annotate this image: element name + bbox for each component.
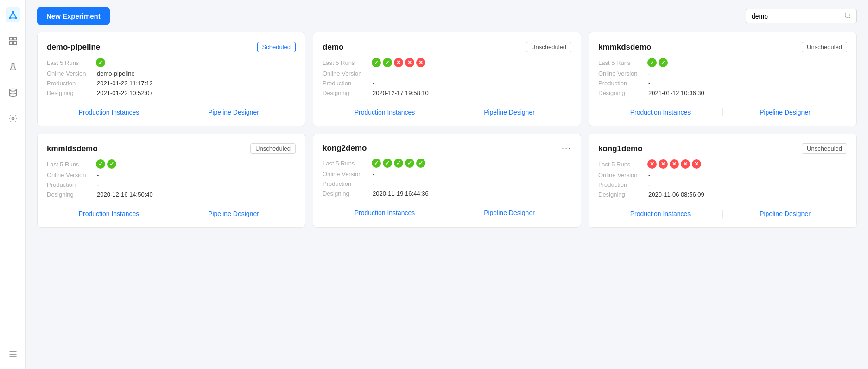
menu-icon[interactable] bbox=[6, 347, 20, 362]
run-icon-red: ✕ bbox=[670, 159, 679, 169]
experiment-icon[interactable] bbox=[6, 59, 20, 74]
cards-grid: demo-pipeline Scheduled Last 5 Runs ✓ On… bbox=[37, 32, 857, 228]
card-title: kong2demo bbox=[323, 144, 367, 153]
card-info: Last 5 Runs ✓ ✓ Online Version - Product… bbox=[47, 159, 296, 198]
production-value: - bbox=[648, 181, 650, 188]
card-header: kong2demo ··· bbox=[323, 143, 571, 153]
more-options-button[interactable]: ··· bbox=[562, 143, 571, 153]
online-version-value: - bbox=[373, 171, 374, 178]
run-icon-red: ✕ bbox=[692, 159, 701, 169]
online-version-row: Online Version - bbox=[47, 172, 296, 178]
production-instances-link[interactable]: Production Instances bbox=[47, 210, 171, 217]
designing-row: Designing 2020-11-06 08:56:09 bbox=[598, 191, 847, 198]
production-label: Production bbox=[323, 180, 369, 187]
svg-rect-8 bbox=[9, 42, 12, 45]
card-info: Last 5 Runs ✓ Online Version demo-pipeli… bbox=[47, 58, 296, 96]
run-icon-red: ✕ bbox=[647, 159, 657, 169]
card-kong2demo: kong2demo ··· Last 5 Runs ✓ ✓ ✓ ✓ ✓ bbox=[313, 134, 581, 228]
search-icon bbox=[844, 12, 851, 20]
online-version-label: Online Version bbox=[47, 70, 93, 77]
new-experiment-button[interactable]: New Experiment bbox=[37, 7, 110, 25]
pipeline-designer-link[interactable]: Pipeline Designer bbox=[723, 108, 847, 116]
sidebar bbox=[0, 0, 26, 369]
card-header: kmmldsdemo Unscheduled bbox=[47, 143, 296, 154]
production-instances-link[interactable]: Production Instances bbox=[323, 209, 447, 216]
runs-icons: ✓ bbox=[96, 58, 105, 67]
card-footer: Production Instances Pipeline Designer bbox=[47, 102, 296, 116]
last5runs-row: Last 5 Runs ✓ ✓ ✓ ✓ ✓ bbox=[323, 159, 571, 168]
online-version-value: - bbox=[373, 70, 374, 77]
card-info: Last 5 Runs ✓ ✓ Online Version - Product… bbox=[598, 58, 847, 96]
production-instances-link[interactable]: Production Instances bbox=[598, 210, 722, 217]
last5runs-row: Last 5 Runs ✓ ✓ bbox=[598, 58, 847, 67]
card-header: demo Unscheduled bbox=[323, 42, 571, 52]
pipeline-designer-link[interactable]: Pipeline Designer bbox=[171, 210, 296, 217]
last5runs-label: Last 5 Runs bbox=[47, 161, 93, 168]
card-header: kong1demo Unscheduled bbox=[598, 143, 847, 154]
status-badge: Scheduled bbox=[257, 42, 296, 52]
pipeline-designer-link[interactable]: Pipeline Designer bbox=[447, 209, 571, 216]
last5runs-row: Last 5 Runs ✓ ✓ bbox=[47, 159, 296, 169]
production-row: Production - bbox=[598, 181, 847, 188]
runs-icons: ✓ ✓ ✓ ✓ ✓ bbox=[372, 159, 425, 168]
search-box bbox=[746, 9, 857, 23]
run-icon-red: ✕ bbox=[394, 58, 403, 67]
run-icon-red: ✕ bbox=[416, 58, 425, 67]
svg-point-1 bbox=[9, 17, 11, 19]
card-info: Last 5 Runs ✓ ✓ ✓ ✓ ✓ Online Version - bbox=[323, 159, 571, 197]
pipeline-designer-link[interactable]: Pipeline Designer bbox=[723, 210, 847, 217]
designing-label: Designing bbox=[323, 89, 369, 96]
svg-line-16 bbox=[849, 17, 850, 18]
run-icon-green: ✓ bbox=[383, 58, 392, 67]
card-header: demo-pipeline Scheduled bbox=[47, 42, 296, 52]
designing-row: Designing 2021-01-12 10:36:30 bbox=[598, 89, 847, 96]
svg-point-15 bbox=[845, 13, 849, 17]
data-icon[interactable] bbox=[6, 85, 20, 100]
status-badge: Unscheduled bbox=[250, 143, 296, 154]
online-version-value: - bbox=[648, 172, 650, 178]
status-badge: Unscheduled bbox=[802, 143, 847, 154]
search-input[interactable] bbox=[752, 13, 841, 20]
card-title: demo-pipeline bbox=[47, 43, 100, 52]
production-label: Production bbox=[47, 80, 93, 87]
runs-icons: ✕ ✕ ✕ ✕ ✕ bbox=[647, 159, 701, 169]
settings-icon[interactable] bbox=[6, 111, 20, 126]
last5runs-row: Last 5 Runs ✓ ✓ ✕ ✕ ✕ bbox=[323, 58, 571, 67]
designing-label: Designing bbox=[47, 191, 93, 198]
runs-icons: ✓ ✓ bbox=[647, 58, 668, 67]
production-row: Production 2021-01-22 11:17:12 bbox=[47, 80, 296, 87]
designing-row: Designing 2021-01-22 10:52:07 bbox=[47, 89, 296, 96]
last5runs-label: Last 5 Runs bbox=[598, 59, 645, 66]
production-instances-link[interactable]: Production Instances bbox=[323, 108, 447, 116]
topbar: New Experiment bbox=[26, 0, 868, 32]
network-icon[interactable] bbox=[6, 7, 20, 22]
card-info: Last 5 Runs ✕ ✕ ✕ ✕ ✕ Online Version - bbox=[598, 159, 847, 198]
card-info: Last 5 Runs ✓ ✓ ✕ ✕ ✕ Online Version - bbox=[323, 58, 571, 96]
designing-row: Designing 2020-12-17 19:58:10 bbox=[323, 89, 571, 96]
svg-line-3 bbox=[10, 13, 13, 17]
designing-label: Designing bbox=[598, 191, 645, 198]
designing-value: 2020-12-17 19:58:10 bbox=[373, 89, 429, 96]
card-footer: Production Instances Pipeline Designer bbox=[598, 102, 847, 116]
production-instances-link[interactable]: Production Instances bbox=[598, 108, 722, 116]
online-version-label: Online Version bbox=[598, 70, 645, 77]
runs-icons: ✓ ✓ ✕ ✕ ✕ bbox=[372, 58, 425, 67]
production-value: - bbox=[373, 180, 374, 187]
run-icon-green: ✓ bbox=[96, 58, 105, 67]
pipeline-designer-link[interactable]: Pipeline Designer bbox=[171, 108, 296, 116]
dashboard-icon[interactable] bbox=[6, 33, 20, 48]
production-label: Production bbox=[47, 181, 93, 188]
last5runs-label: Last 5 Runs bbox=[598, 161, 645, 168]
online-version-row: Online Version - bbox=[323, 171, 571, 178]
production-row: Production - bbox=[323, 180, 571, 187]
card-kong1demo: kong1demo Unscheduled Last 5 Runs ✕ ✕ ✕ … bbox=[589, 134, 857, 228]
designing-row: Designing 2020-11-19 16:44:36 bbox=[323, 190, 571, 197]
production-instances-link[interactable]: Production Instances bbox=[47, 108, 171, 116]
run-icon-red: ✕ bbox=[405, 58, 414, 67]
designing-label: Designing bbox=[323, 190, 369, 197]
status-badge: Unscheduled bbox=[526, 42, 571, 52]
card-title: kmmkdsdemo bbox=[598, 43, 651, 52]
card-title: kmmldsdemo bbox=[47, 144, 98, 153]
designing-label: Designing bbox=[598, 89, 645, 96]
pipeline-designer-link[interactable]: Pipeline Designer bbox=[447, 108, 571, 116]
